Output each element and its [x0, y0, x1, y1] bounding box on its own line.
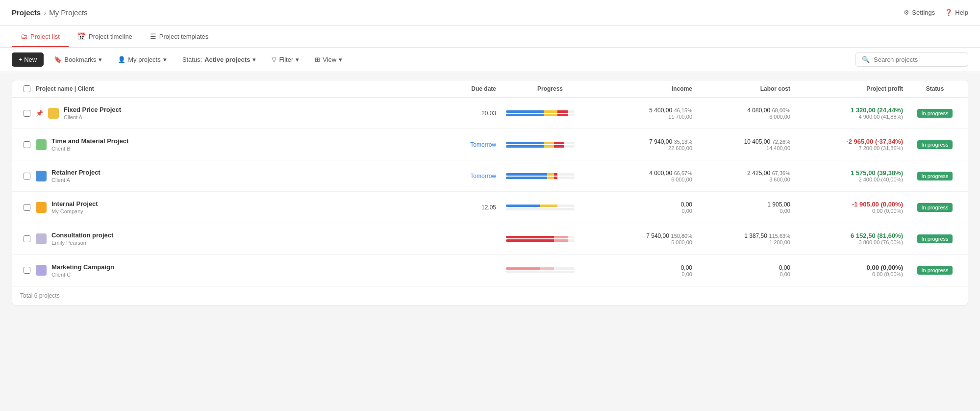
help-button[interactable]: ❓ Help [945, 9, 968, 16]
select-all-checkbox[interactable] [24, 85, 30, 92]
project-name[interactable]: Consultation project [51, 231, 113, 239]
col-due-date[interactable]: Tomorrow [437, 141, 501, 148]
labor-main: 4 080,00 68,00% [697, 106, 790, 114]
breadcrumb-separator: › [44, 8, 46, 17]
project-name-text: Consultation project Emily Pearson [51, 231, 113, 246]
col-status: In progress [908, 266, 962, 275]
col-income: 4 000,00 66,67% 6 000,00 [599, 169, 697, 182]
profit-main: -1 905,00 (0,00%) [795, 201, 903, 208]
project-client: Emily Pearson [51, 240, 113, 246]
profit-sub: 0,00 (0,00%) [795, 271, 903, 277]
bookmarks-button[interactable]: 🔖 Bookmarks ▾ [49, 52, 107, 67]
project-name[interactable]: Internal Project [51, 200, 98, 207]
col-profit: 6 152,50 (81,60%) 3 800,00 (76,00%) [795, 232, 908, 245]
header-checkbox[interactable] [18, 85, 36, 92]
tabs-bar: 🗂 Project list 📅 Project timeline ☰ Proj… [0, 26, 980, 48]
status-badge: In progress [917, 140, 952, 149]
profit-main: 1 320,00 (24,44%) [795, 106, 903, 114]
table-row: Time and Material Project Client B Tomor… [12, 129, 968, 160]
income-sub: 6 000,00 [599, 177, 692, 182]
row-select-checkbox[interactable] [24, 235, 30, 242]
progress-bars [506, 142, 594, 148]
project-name[interactable]: Marketing Campaign [51, 263, 114, 271]
header-project-profit: Project profit [795, 85, 908, 92]
col-labor: 1 387,50 115,63% 1 200,00 [697, 232, 795, 245]
header-due-date: Due date [437, 85, 501, 92]
my-projects-button[interactable]: 👤 My projects ▾ [112, 52, 172, 67]
project-name-text: Time and Material Project Client B [51, 137, 128, 152]
row-select-checkbox[interactable] [24, 173, 30, 180]
progress-bars [506, 173, 594, 179]
tab-project-timeline[interactable]: 📅 Project timeline [69, 26, 141, 47]
col-project-name: Time and Material Project Client B [36, 132, 437, 156]
progress-bar [506, 236, 575, 238]
filter-button[interactable]: ▽ Filter ▾ [266, 52, 304, 67]
status-badge: In progress [917, 266, 952, 275]
progress-bar [506, 145, 575, 148]
progress-bar [506, 173, 575, 176]
toolbar: + New 🔖 Bookmarks ▾ 👤 My projects ▾ Stat… [0, 48, 980, 72]
header-progress: Progress [501, 85, 599, 92]
search-box[interactable]: 🔍 [855, 52, 968, 67]
income-sub: 5 000,00 [599, 239, 692, 245]
profit-main: 1 575,00 (39,38%) [795, 169, 903, 177]
row-checkbox[interactable] [18, 267, 36, 274]
profit-main: 6 152,50 (81,60%) [795, 232, 903, 239]
breadcrumb-root[interactable]: Projects [12, 8, 41, 17]
col-labor: 10 405,00 72,26% 14 400,00 [697, 138, 795, 151]
project-list-icon: 🗂 [21, 32, 27, 40]
col-labor: 2 425,00 67,36% 3 600,00 [697, 169, 795, 182]
col-status: In progress [908, 172, 962, 180]
col-labor: 1 905,00 0,00 [697, 201, 795, 214]
col-labor: 0,00 0,00 [697, 264, 795, 277]
table-row: Consultation project Emily Pearson 7 540… [12, 223, 968, 255]
filter-chevron-icon: ▾ [296, 56, 299, 63]
help-label: Help [955, 9, 968, 16]
view-button[interactable]: ⊞ View ▾ [309, 52, 348, 67]
view-icon: ⊞ [315, 56, 320, 63]
row-select-checkbox[interactable] [24, 141, 30, 148]
progress-bar [506, 177, 575, 179]
row-checkbox[interactable] [18, 110, 36, 117]
project-timeline-icon: 📅 [77, 32, 86, 40]
col-profit: 1 320,00 (24,44%) 4 900,00 (41,88%) [795, 106, 908, 120]
project-name[interactable]: Fixed Price Project [64, 106, 121, 113]
labor-sub: 1 200,00 [697, 239, 790, 245]
settings-label: Settings [912, 9, 935, 16]
tab-project-list[interactable]: 🗂 Project list [12, 26, 69, 47]
income-main: 5 400,00 46,15% [599, 106, 692, 114]
tab-project-templates[interactable]: ☰ Project templates [141, 26, 217, 47]
progress-bar [506, 114, 575, 116]
col-labor: 4 080,00 68,00% 6 000,00 [697, 106, 795, 120]
income-main: 0,00 [599, 264, 692, 271]
col-profit: 0,00 (0,00%) 0,00 (0,00%) [795, 264, 908, 277]
new-button[interactable]: + New [12, 52, 44, 67]
row-checkbox[interactable] [18, 235, 36, 242]
row-select-checkbox[interactable] [24, 204, 30, 211]
col-due-date: 12.05 [437, 204, 501, 211]
header-income: Income [599, 85, 697, 92]
row-select-checkbox[interactable] [24, 267, 30, 274]
col-status: In progress [908, 140, 962, 149]
table-row: Retainer Project Client A Tomorrow 4 000… [12, 160, 968, 192]
project-templates-icon: ☰ [150, 32, 156, 40]
search-input[interactable] [874, 56, 962, 63]
labor-main: 10 405,00 72,26% [697, 138, 790, 145]
status-filter-button[interactable]: Status: Active projects ▾ [177, 52, 262, 67]
status-badge: In progress [917, 109, 952, 118]
project-name[interactable]: Time and Material Project [51, 137, 128, 145]
col-income: 5 400,00 46,15% 11 700,00 [599, 106, 697, 120]
col-project-name: Internal Project My Company [36, 195, 437, 219]
settings-button[interactable]: ⚙ Settings [904, 9, 935, 16]
row-checkbox[interactable] [18, 204, 36, 211]
row-select-checkbox[interactable] [24, 110, 30, 117]
project-name-text: Fixed Price Project Client A [64, 106, 121, 120]
col-due-date[interactable]: Tomorrow [437, 173, 501, 180]
income-main: 7 940,00 35,13% [599, 138, 692, 145]
project-name[interactable]: Retainer Project [51, 169, 101, 176]
header-labor-cost: Labor cost [697, 85, 795, 92]
status-badge: In progress [917, 172, 952, 180]
row-checkbox[interactable] [18, 173, 36, 180]
row-checkbox[interactable] [18, 141, 36, 148]
progress-bar [506, 267, 575, 270]
